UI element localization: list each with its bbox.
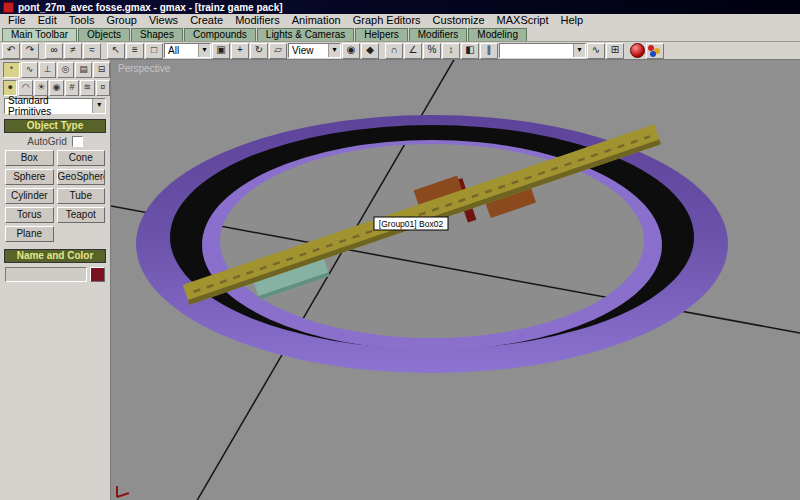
tube-button[interactable]: Tube	[57, 188, 106, 204]
tab-helpers[interactable]: Helpers	[355, 28, 407, 41]
torus-floor	[220, 144, 644, 338]
region-select-icon[interactable]: □	[145, 43, 163, 59]
tab-main-toolbar[interactable]: Main Toolbar	[2, 28, 77, 41]
menu-group[interactable]: Group	[100, 14, 143, 27]
percent-snap-icon[interactable]: %	[423, 43, 441, 59]
create-tab-icon[interactable]: *	[3, 62, 20, 78]
select-and-scale-icon[interactable]: ▱	[269, 43, 287, 59]
main-area: * ∿ ⊥ ◎ ▤ ⊟ ● ◠ ☀ ◉ # ≋ ¤ Standard Primi…	[0, 60, 800, 500]
material-editor-icon[interactable]	[646, 43, 664, 59]
menu-edit[interactable]: Edit	[32, 14, 63, 27]
unlink-selection-icon[interactable]: ≠	[64, 43, 82, 59]
crossing-selection-icon[interactable]: ▣	[212, 43, 230, 59]
select-and-rotate-icon[interactable]: ↻	[250, 43, 268, 59]
lights-category-icon[interactable]: ☀	[34, 80, 48, 96]
utilities-tab-icon[interactable]: ⊟	[93, 62, 110, 78]
autogrid-checkbox[interactable]	[72, 136, 83, 147]
cone-button[interactable]: Cone	[57, 150, 106, 166]
select-and-manipulate-icon[interactable]: ◆	[361, 43, 379, 59]
chevron-down-icon[interactable]: ▾	[328, 44, 340, 57]
spacewarps-category-icon[interactable]: ≋	[80, 80, 94, 96]
shapes-category-icon[interactable]: ◠	[18, 80, 32, 96]
autogrid-label: AutoGrid	[27, 136, 66, 147]
menubar: File Edit Tools Group Views Create Modif…	[0, 14, 800, 27]
modify-tab-icon[interactable]: ∿	[21, 62, 38, 78]
display-tab-icon[interactable]: ▤	[75, 62, 92, 78]
chevron-down-icon[interactable]: ▾	[198, 44, 210, 57]
name-color-rollout-header[interactable]: Name and Color	[4, 249, 106, 263]
menu-create[interactable]: Create	[184, 14, 229, 27]
menu-animation[interactable]: Animation	[286, 14, 347, 27]
helpers-category-icon[interactable]: #	[65, 80, 79, 96]
autogrid-row: AutoGrid	[0, 135, 110, 148]
tab-shapes[interactable]: Shapes	[131, 28, 183, 41]
snap-toggle-icon[interactable]: ∩	[385, 43, 403, 59]
menu-maxscript[interactable]: MAXScript	[491, 14, 555, 27]
curve-editor-icon[interactable]: ∿	[587, 43, 605, 59]
svg-text:[Group01] Box02: [Group01] Box02	[379, 219, 444, 229]
tab-compounds[interactable]: Compounds	[184, 28, 256, 41]
render-icon[interactable]	[630, 43, 645, 58]
hierarchy-tab-icon[interactable]: ⊥	[39, 62, 56, 78]
tab-modeling[interactable]: Modeling	[468, 28, 527, 41]
object-color-swatch[interactable]	[90, 267, 105, 282]
menu-customize[interactable]: Customize	[427, 14, 491, 27]
viewport-canvas[interactable]: [Group01] Box02	[111, 60, 800, 500]
toolbar-tabbar: Main Toolbar Objects Shapes Compounds Li…	[0, 27, 800, 42]
gmax-app-icon	[3, 2, 14, 13]
geosphere-button[interactable]: GeoSphere	[57, 169, 106, 185]
tab-modifiers[interactable]: Modifiers	[409, 28, 468, 41]
gmax-window: pont_27m_avec fosse.gmax - gmax - [train…	[0, 0, 800, 500]
tab-lights-cameras[interactable]: Lights & Cameras	[257, 28, 354, 41]
teapot-button[interactable]: Teapot	[57, 207, 106, 223]
undo-icon[interactable]: ↶	[2, 43, 20, 59]
chevron-down-icon[interactable]: ▾	[92, 99, 105, 113]
select-and-link-icon[interactable]: ∞	[45, 43, 63, 59]
named-selection-dropdown[interactable]: ▾	[499, 43, 586, 58]
plane-button[interactable]: Plane	[5, 226, 54, 242]
object-type-buttons: Box Cone Sphere GeoSphere Cylinder Tube …	[0, 148, 110, 244]
motion-tab-icon[interactable]: ◎	[57, 62, 74, 78]
select-by-name-icon[interactable]: ≡	[126, 43, 144, 59]
angle-snap-icon[interactable]: ∠	[404, 43, 422, 59]
name-color-row	[0, 265, 110, 284]
reference-coordinate-dropdown[interactable]: View ▾	[288, 43, 341, 58]
cameras-category-icon[interactable]: ◉	[49, 80, 63, 96]
create-category-row: ● ◠ ☀ ◉ # ≋ ¤	[0, 80, 110, 96]
systems-category-icon[interactable]: ¤	[96, 80, 110, 96]
torus-button[interactable]: Torus	[5, 207, 54, 223]
box-button[interactable]: Box	[5, 150, 54, 166]
viewport-label[interactable]: Perspective	[118, 63, 170, 74]
selection-filter-value: All	[168, 45, 179, 56]
schematic-view-icon[interactable]: ⊞	[606, 43, 624, 59]
use-center-icon[interactable]: ◉	[342, 43, 360, 59]
menu-help[interactable]: Help	[555, 14, 590, 27]
menu-graph-editors[interactable]: Graph Editors	[347, 14, 427, 27]
selection-filter-dropdown[interactable]: All ▾	[164, 43, 211, 58]
spinner-snap-icon[interactable]: ↕	[442, 43, 460, 59]
select-and-move-icon[interactable]: +	[231, 43, 249, 59]
object-type-rollout-header[interactable]: Object Type	[4, 119, 106, 133]
menu-views[interactable]: Views	[143, 14, 184, 27]
menu-modifiers[interactable]: Modifiers	[229, 14, 286, 27]
cylinder-button[interactable]: Cylinder	[5, 188, 54, 204]
reference-coordinate-value: View	[292, 45, 314, 56]
primitives-dropdown-value: Standard Primitives	[8, 95, 92, 117]
selection-label: [Group01] Box02	[374, 217, 448, 230]
chevron-down-icon[interactable]: ▾	[573, 44, 585, 57]
perspective-viewport[interactable]: [Group01] Box02 Perspective	[111, 60, 800, 500]
bind-to-space-warp-icon[interactable]: ≈	[83, 43, 101, 59]
geometry-category-icon[interactable]: ●	[3, 80, 17, 96]
menu-tools[interactable]: Tools	[63, 14, 101, 27]
redo-icon[interactable]: ↷	[21, 43, 39, 59]
command-panel: * ∿ ⊥ ◎ ▤ ⊟ ● ◠ ☀ ◉ # ≋ ¤ Standard Primi…	[0, 60, 111, 500]
menu-file[interactable]: File	[2, 14, 32, 27]
window-title: pont_27m_avec fosse.gmax - gmax - [train…	[18, 2, 283, 13]
mirror-icon[interactable]: ◧	[461, 43, 479, 59]
primitives-dropdown[interactable]: Standard Primitives ▾	[4, 98, 106, 114]
object-name-input[interactable]	[5, 267, 87, 282]
tab-objects[interactable]: Objects	[78, 28, 130, 41]
sphere-button[interactable]: Sphere	[5, 169, 54, 185]
select-object-icon[interactable]: ↖	[107, 43, 125, 59]
align-icon[interactable]: ∥	[480, 43, 498, 59]
